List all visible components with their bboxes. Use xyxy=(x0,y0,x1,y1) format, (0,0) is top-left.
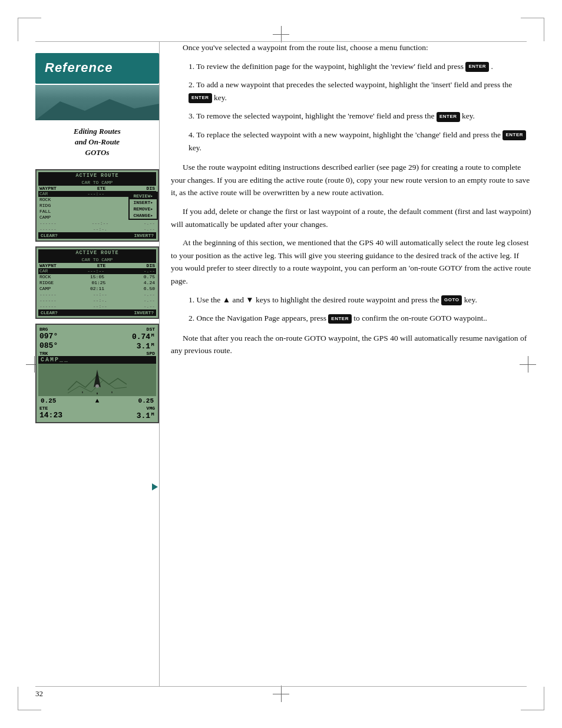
goto2-num: 2. xyxy=(189,314,197,322)
list-item-3: 3. To remove the selected waypoint, high… xyxy=(189,110,533,123)
screen1-cols: WAYPNT ETE DIS xyxy=(38,186,156,191)
main-content: Once you've selected a waypoint from the… xyxy=(171,41,533,363)
sidebar-subtitle: Editing Routes and On-Route GOTOs xyxy=(35,120,159,164)
goto2-text: Once the Navigation Page appears, press xyxy=(197,314,329,322)
popup-review: REVIEW▸ xyxy=(130,193,157,199)
screen3-trk-spd: TRK SPD xyxy=(38,351,156,356)
screen2-footer: CLEAR? INVERT? xyxy=(38,309,156,316)
screen2-clear: CLEAR? xyxy=(41,310,58,315)
dst2-val: 3.1ᴹ xyxy=(137,341,155,351)
sidebar-divider xyxy=(159,41,160,687)
screen2-header: ACTIVE ROUTE xyxy=(38,249,156,256)
corner-mark-tr xyxy=(521,18,544,41)
bottom-arrow: ▲ xyxy=(95,397,100,404)
goto-key-1: GOTO xyxy=(441,295,462,305)
enter-key-4: ENTER xyxy=(503,130,526,140)
item2-num: 2. xyxy=(189,80,196,89)
enter-key-goto2: ENTER xyxy=(328,314,352,324)
item3-text: To remove the selected waypoint, highlig… xyxy=(196,111,437,120)
item3-text2: key. xyxy=(462,111,475,120)
subtitle-line1: Editing Routes xyxy=(74,127,121,136)
item3-num: 3. xyxy=(189,111,196,120)
item1-text: To review the definition page for the wa… xyxy=(196,62,465,71)
screen1-clear: CLEAR? xyxy=(41,233,58,238)
screen2-cols: WAYPNT ETE DIS xyxy=(38,263,156,268)
popup-insert: INSERT▸ xyxy=(130,199,157,206)
trk-label: TRK xyxy=(39,351,48,356)
vmg-label: VMG xyxy=(147,406,155,411)
hline-bottom xyxy=(35,686,527,687)
item1-num: 1. xyxy=(189,62,196,71)
s2-col-ete: ETE xyxy=(97,263,105,268)
bottom-left: 0.25 xyxy=(41,397,56,404)
gps-screen-3: BRG DST 097° 0.74ᴹ 085° 3.1ᴹ TRK SPD CAM… xyxy=(35,324,159,423)
enter-key-2: ENTER xyxy=(189,93,212,103)
screen2-row-camp: CAMP 02:11 6.50 xyxy=(38,286,156,292)
item1-text2: . xyxy=(491,62,492,71)
item4-num: 4. xyxy=(189,130,196,139)
mountain-decoration xyxy=(35,85,159,120)
para-5: Note that after you reach the on-route G… xyxy=(171,332,533,357)
enter-key-3: ENTER xyxy=(437,112,460,122)
goto1-num: 1. xyxy=(189,295,197,304)
goto1-text: Use the ▲ and ▼ keys to highlight the de… xyxy=(197,295,442,304)
sidebar: Reference Editing Routes and On-Route GO… xyxy=(35,53,159,428)
brg-label: BRG xyxy=(39,327,48,332)
screen2-dashes1: ------ --:-- -.-- xyxy=(38,292,156,298)
gps-screen-2: ACTIVE ROUTE CAR TO CAMP WAYPNT ETE DIS … xyxy=(35,246,159,319)
para-3: If you add, delete or change the first o… xyxy=(171,205,533,230)
col-waypnt: WAYPNT xyxy=(39,186,57,191)
screen1-invert: INVERT? xyxy=(134,233,154,238)
goto1-text2: key. xyxy=(464,295,477,304)
crosshair-top xyxy=(273,26,289,42)
corner-mark-br xyxy=(521,687,544,710)
screen2-dashes3: ------ --:-- -.-- xyxy=(38,304,156,309)
screen3-input: CAMP__ xyxy=(38,356,156,364)
goto-list: 1. Use the ▲ and ▼ keys to highlight the… xyxy=(189,294,533,325)
s2-col-dis: DIS xyxy=(147,263,155,268)
screen3-ete-vmg-vals: 14:23 3.1ᴹ xyxy=(38,411,156,420)
ete-val: 14:23 xyxy=(39,411,62,420)
subtitle-line3: GOTOs xyxy=(85,148,110,157)
brg-val: 097° xyxy=(39,332,58,341)
vmg-val: 3.1ᴹ xyxy=(137,411,155,420)
sidebar-triangle-4 xyxy=(152,483,158,490)
screen3-compass xyxy=(38,364,156,396)
col-dis: DIS xyxy=(147,186,155,191)
subtitle-line2: and On-Route xyxy=(75,137,120,146)
item4-text: To replace the selected waypoint with a … xyxy=(196,130,503,139)
item2-text2: key. xyxy=(214,93,227,102)
para-2: Use the route waypoint editing instructi… xyxy=(171,161,533,199)
intro-paragraph: Once you've selected a waypoint from the… xyxy=(171,41,533,54)
page-num-text: 32 xyxy=(35,689,43,698)
list-item-2: 2. To add a new waypoint that precedes t… xyxy=(189,78,533,104)
screen2-dashes2: ------ --:-. -.-- xyxy=(38,298,156,304)
screen1-dashes2: ------ --:-. -.-- xyxy=(38,226,156,232)
col-ete: ETE xyxy=(97,186,105,191)
popup-change: CHANGE▸ xyxy=(130,212,157,219)
list-item-1: 1. To review the definition page for the… xyxy=(189,60,533,73)
para-4: At the beginning of this section, we men… xyxy=(171,236,533,287)
brg2-val: 085° xyxy=(39,341,58,351)
sidebar-title: Reference xyxy=(45,60,150,75)
popup-menu: REVIEW▸ INSERT▸ REMOVE▸ CHANGE▸ xyxy=(128,192,158,220)
screen2-row-car: CAR ---:-- -.-- xyxy=(38,268,156,274)
screen2-invert: INVERT? xyxy=(134,310,154,315)
enter-key-1: ENTER xyxy=(465,62,489,72)
spd-label: SPD xyxy=(147,351,155,356)
corner-mark-tl xyxy=(18,18,41,41)
screen1-dashes1: ------ ---:-- -.-- xyxy=(38,220,156,226)
screen1-subheader: CAR TO CAMP xyxy=(38,179,156,186)
goto-item-1: 1. Use the ▲ and ▼ keys to highlight the… xyxy=(189,294,533,307)
screen3-bottom-nums: 0.25 ▲ 0.25 xyxy=(38,396,156,406)
screen1-header: ACTIVE ROUTE xyxy=(38,172,156,179)
dst-label: DST xyxy=(147,327,155,332)
sidebar-header: Reference xyxy=(35,53,159,84)
bottom-right: 0.25 xyxy=(138,397,154,404)
ete-label: ETE xyxy=(39,406,48,411)
screen3-ete-vmg-labels: ETE VMG xyxy=(38,406,156,411)
list-item-4: 4. To replace the selected waypoint with… xyxy=(189,129,533,154)
s2-col-waypnt: WAYPNT xyxy=(39,263,57,268)
screen2-row-rock: ROCK 15:05 0.75 xyxy=(38,274,156,280)
popup-remove: REMOVE▸ xyxy=(130,206,157,212)
